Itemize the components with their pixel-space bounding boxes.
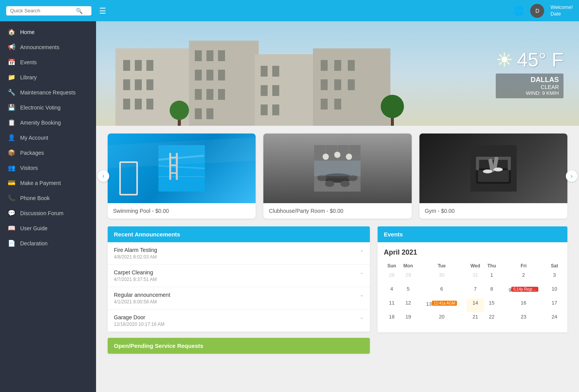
calendar-day[interactable]: 22 (484, 312, 500, 326)
left-column: Recent Announcements Fire Alarm Testing … (108, 226, 370, 354)
announcement-item-1[interactable]: Fire Alarm Testing ⌄ 4/8/2021 8:02:03 AM (108, 242, 370, 265)
announcement-item-2[interactable]: Carpet Cleaning ⌄ 4/7/2021 8:37:51 AM (108, 265, 370, 287)
calendar-day[interactable]: 18 (384, 312, 400, 326)
visitors-icon: 👥 (8, 164, 15, 171)
calendar-day[interactable]: 8 (484, 284, 500, 298)
sidebar-item-announcements[interactable]: 📢 Announcements (0, 39, 96, 55)
calendar-day[interactable]: 10 (548, 284, 561, 298)
carousel-next-button[interactable]: › (566, 170, 577, 182)
calendar-day[interactable]: 15 (484, 298, 500, 312)
calendar-day[interactable]: 23 (499, 312, 548, 326)
announcement-title-1: Fire Alarm Testing (114, 247, 157, 253)
sidebar-item-payment[interactable]: 💳 Make a Payment (0, 175, 96, 190)
day-header-tue: Tue (417, 261, 467, 270)
account-icon: 👤 (8, 134, 15, 141)
sidebar-item-account[interactable]: 👤 My Account (0, 130, 96, 145)
sidebar-item-declaration[interactable]: 📄 Declaration (0, 236, 96, 251)
day-header-thu: Thu (484, 261, 500, 270)
svg-point-31 (483, 169, 492, 173)
sidebar-item-phonebook[interactable]: 📞 Phone Book (0, 190, 96, 205)
sidebar-item-library[interactable]: 📁 Library (0, 70, 96, 85)
globe-icon[interactable]: 🌐 (514, 6, 524, 16)
amenities-section: ‹ (96, 126, 579, 226)
chevron-icon-4: ⌄ (360, 315, 364, 320)
forum-icon: 💬 (8, 209, 15, 217)
announcement-item-3[interactable]: Regular announcement ⌄ 4/1/2021 8:00:58 … (108, 287, 370, 310)
announcement-date-4: 12/18/2020 10:17:16 AM (114, 322, 364, 327)
calendar-day[interactable]: 5 (400, 284, 417, 298)
gym-image (419, 134, 567, 203)
calendar-day[interactable]: 1311:41a AGM (417, 298, 467, 312)
search-box[interactable]: 🔍 (6, 6, 91, 15)
calendar-day[interactable]: 4 (384, 284, 400, 298)
calendar-day[interactable]: 21 (467, 312, 484, 326)
announcement-title-2: Carpet Cleaning (114, 269, 153, 276)
calendar-day[interactable]: 12 (400, 298, 417, 312)
calendar-event-badge[interactable]: 5:14p Regressic (511, 287, 538, 292)
sidebar-item-forum[interactable]: 💬 Discussion Forum (0, 205, 96, 221)
svg-point-15 (346, 154, 352, 160)
sidebar-item-packages[interactable]: 📦 Packages (0, 145, 96, 160)
announcement-title-3: Regular announcement (114, 292, 170, 298)
calendar-day[interactable]: 29 (400, 270, 417, 284)
sidebar-item-visitors[interactable]: 👥 Visitors (0, 160, 96, 175)
calendar-day[interactable]: 7 (467, 284, 484, 298)
hamburger-menu[interactable]: ☰ (99, 6, 106, 15)
amenity-card-clubhouse[interactable]: Clubhouse/Party Room - $0.00 (263, 134, 411, 219)
announcement-item-4[interactable]: Garage Door ⌄ 12/18/2020 10:17:16 AM (108, 310, 370, 332)
sidebar-item-events[interactable]: 📅 Events (0, 55, 96, 70)
sun-icon: ☀ (496, 49, 513, 71)
svg-point-21 (340, 181, 350, 187)
announcements-card: Recent Announcements Fire Alarm Testing … (108, 226, 370, 332)
calendar-day[interactable]: 16 (499, 298, 548, 312)
amenity-card-gym[interactable]: Gym - $0.00 (419, 134, 567, 219)
svg-rect-1 (158, 155, 204, 161)
calendar-day[interactable]: 3 (548, 270, 561, 284)
sidebar-item-voting[interactable]: 💾 Electronic Voting (0, 100, 96, 115)
library-icon: 📁 (8, 74, 15, 81)
amenity-card-pool[interactable]: Swimming Pool - $0.00 (108, 134, 256, 219)
guide-icon: 📖 (8, 224, 15, 232)
calendar-day[interactable]: 1 (484, 270, 500, 284)
sidebar-item-maintenance[interactable]: 🔧 Maintenance Requests (0, 85, 96, 100)
calendar-day[interactable]: 17 (548, 298, 561, 312)
calendar-month: April 2021 (384, 248, 561, 257)
sidebar-item-amenity[interactable]: 📋 Amenity Booking (0, 115, 96, 130)
calendar-day[interactable]: 11 (384, 298, 400, 312)
sidebar-item-home[interactable]: 🏠 Home (0, 24, 96, 39)
calendar-day[interactable]: 20 (417, 312, 467, 326)
amenity-icon: 📋 (8, 119, 15, 126)
announcement-date-2: 4/7/2021 8:37:51 AM (114, 277, 364, 282)
sidebar-item-guide[interactable]: 📖 User Guide (0, 221, 96, 236)
bottom-section: Recent Announcements Fire Alarm Testing … (96, 226, 579, 361)
calendar-day[interactable]: 24 (548, 312, 561, 326)
calendar: April 2021 Sun Mon Tue Wed Thu Fri (378, 242, 567, 332)
search-input[interactable] (10, 8, 76, 14)
amenities-carousel: Swimming Pool - $0.00 (108, 134, 567, 219)
search-icon[interactable]: 🔍 (76, 8, 82, 14)
calendar-day[interactable]: 95:14p Regressic (499, 284, 548, 298)
day-header-mon: Mon (400, 261, 417, 270)
weather-wind: WIND: 9 KM/H (500, 90, 559, 96)
events-icon: 📅 (8, 58, 15, 66)
weather-city: DALLAS (500, 76, 559, 84)
calendar-day[interactable]: 28 (384, 270, 400, 284)
calendar-day[interactable]: 31 (467, 270, 484, 284)
phonebook-icon: 📞 (8, 194, 15, 202)
calendar-day[interactable]: 6 (417, 284, 467, 298)
hero-banner: ☀ 45° F DALLAS CLEAR WIND: 9 KM/H (96, 21, 579, 126)
calendar-day[interactable]: 19 (400, 312, 417, 326)
calendar-event-badge[interactable]: 11:41a AGM (432, 301, 457, 306)
carousel-prev-button[interactable]: ‹ (98, 170, 109, 182)
calendar-day[interactable]: 14 (467, 298, 484, 312)
chevron-icon-2: ⌄ (360, 270, 364, 275)
svg-point-32 (493, 168, 503, 171)
gym-label: Gym - $0.00 (419, 203, 567, 219)
topbar: 🔍 ☰ 🌐 D Welcome! Dale (0, 0, 579, 21)
events-card: Events April 2021 Sun Mon Tue Wed Thu (378, 226, 567, 332)
calendar-day[interactable]: 30 (417, 270, 467, 284)
svg-point-11 (323, 154, 329, 160)
calendar-day[interactable]: 2 (499, 270, 548, 284)
service-requests-card: Open/Pending Service Requests (108, 338, 370, 354)
avatar[interactable]: D (530, 4, 544, 18)
